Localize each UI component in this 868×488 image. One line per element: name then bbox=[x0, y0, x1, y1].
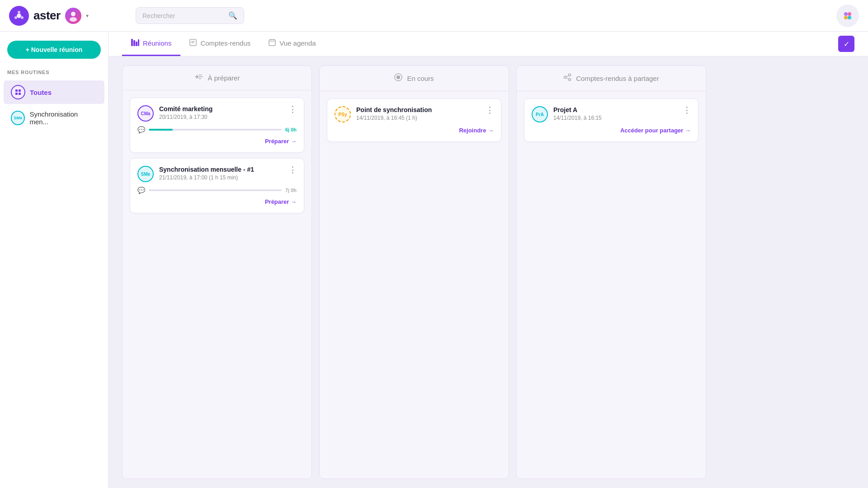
card-date-comite: 20/11/2019, à 17:30 bbox=[159, 114, 283, 120]
column-header-en-cours: En cours bbox=[320, 66, 509, 91]
progress-chat-icon-sync: 💬 bbox=[137, 187, 145, 194]
user-avatar[interactable] bbox=[65, 8, 81, 24]
tab-comptes-rendus[interactable]: Comptes-rendus bbox=[180, 32, 259, 56]
svg-rect-17 bbox=[138, 39, 139, 46]
column-body-en-cours: PSy Point de synchronisation 14/11/2019,… bbox=[320, 91, 509, 149]
card-menu-sync[interactable]: ⋮ bbox=[288, 166, 297, 174]
svg-point-7 bbox=[848, 12, 851, 16]
card-progress-sync: 💬 7j 0h bbox=[137, 187, 297, 194]
tab-vue-agenda[interactable]: Vue agenda bbox=[259, 32, 325, 56]
svg-rect-12 bbox=[15, 93, 18, 95]
check-icon[interactable]: ✓ bbox=[838, 36, 854, 52]
sidebar-item-toutes[interactable]: Toutes bbox=[4, 80, 104, 104]
card-action-comite: Préparer → bbox=[137, 137, 297, 145]
svg-rect-21 bbox=[269, 40, 275, 46]
tab-bar-right: ✓ bbox=[838, 36, 854, 52]
card-info-psy: Point de synchronisation 14/11/2019, à 1… bbox=[356, 106, 480, 121]
card-comite-marketing: CMa Comité marketing 20/11/2019, à 17:30… bbox=[130, 98, 304, 153]
svg-line-31 bbox=[566, 78, 569, 79]
card-info-pra: Projet A 14/11/2019, à 16:15 bbox=[553, 106, 677, 121]
progress-chat-icon: 💬 bbox=[137, 126, 145, 133]
tab-vue-agenda-label: Vue agenda bbox=[279, 39, 316, 47]
card-point-synchronisation: PSy Point de synchronisation 14/11/2019,… bbox=[327, 99, 501, 142]
svg-point-28 bbox=[569, 79, 571, 81]
card-avatar-cma: CMa bbox=[137, 105, 154, 122]
en-cours-icon bbox=[394, 73, 402, 84]
progress-fill-sync bbox=[149, 189, 151, 191]
card-top-pra: PrA Projet A 14/11/2019, à 16:15 ⋮ bbox=[532, 106, 691, 122]
preparer-link-sync[interactable]: Préparer → bbox=[265, 198, 297, 205]
rejoindre-link[interactable]: Rejoindre → bbox=[459, 127, 494, 134]
synchronisation-icon: SMe bbox=[11, 111, 25, 125]
card-synchronisation-mensuelle: SMe Synchronisation mensuelle - #1 21/11… bbox=[130, 158, 304, 213]
svg-rect-13 bbox=[19, 93, 21, 95]
main: Réunions Comptes-rendus bbox=[108, 32, 868, 488]
body: + Nouvelle réunion MES ROUTINES Toutes S… bbox=[0, 32, 868, 488]
vue-agenda-icon bbox=[269, 39, 276, 48]
svg-rect-19 bbox=[191, 41, 195, 42]
progress-label-sync: 7j 0h bbox=[285, 188, 297, 193]
user-dropdown-chevron[interactable]: ▾ bbox=[86, 13, 89, 19]
progress-label-comite: 6j 0h bbox=[285, 127, 297, 132]
svg-line-30 bbox=[566, 75, 569, 77]
svg-point-1 bbox=[18, 11, 20, 14]
card-top: CMa Comité marketing 20/11/2019, à 17:30… bbox=[137, 105, 297, 122]
comptes-rendus-icon bbox=[189, 39, 197, 48]
a-preparer-icon bbox=[194, 73, 203, 83]
card-top-sync: SMe Synchronisation mensuelle - #1 21/11… bbox=[137, 166, 297, 182]
tab-reunions[interactable]: Réunions bbox=[122, 32, 180, 56]
column-title-en-cours: En cours bbox=[407, 75, 434, 82]
logo-icon bbox=[9, 6, 29, 26]
svg-point-9 bbox=[848, 16, 851, 19]
search-input[interactable] bbox=[142, 12, 225, 19]
sidebar-item-synchronisation[interactable]: SMe Synchronisation men... bbox=[4, 106, 104, 130]
cr-icon bbox=[563, 73, 571, 84]
svg-rect-20 bbox=[191, 42, 194, 43]
toutes-icon bbox=[11, 85, 25, 99]
column-a-preparer: À préparer CMa Comité marketing 20/11/20… bbox=[122, 66, 312, 479]
column-header-cr: Comptes-rendus à partager bbox=[517, 66, 706, 91]
logo-area: aster ▾ bbox=[9, 6, 118, 26]
reunions-icon bbox=[131, 39, 139, 48]
card-action-psy: Rejoindre → bbox=[335, 126, 494, 134]
sidebar-item-label-synchronisation: Synchronisation men... bbox=[29, 110, 97, 126]
progress-fill bbox=[149, 129, 173, 131]
svg-rect-16 bbox=[136, 42, 137, 46]
sidebar-section-title: MES ROUTINES bbox=[0, 70, 108, 75]
card-menu-pra[interactable]: ⋮ bbox=[683, 106, 691, 114]
acceder-partager-link[interactable]: Accéder pour partager → bbox=[620, 127, 691, 134]
svg-point-8 bbox=[844, 16, 848, 19]
apps-icon[interactable] bbox=[836, 5, 859, 27]
svg-point-2 bbox=[21, 16, 24, 19]
card-date-psy: 14/11/2019, à 16:45 (1 h) bbox=[356, 115, 480, 121]
svg-rect-10 bbox=[15, 89, 18, 92]
card-avatar-psy: PSy bbox=[335, 106, 351, 122]
progress-track-sync bbox=[149, 189, 282, 191]
card-avatar-pra: PrA bbox=[532, 106, 548, 122]
card-date-pra: 14/11/2019, à 16:15 bbox=[553, 115, 677, 121]
card-avatar-sme: SMe bbox=[137, 166, 154, 182]
svg-rect-14 bbox=[131, 39, 133, 46]
column-en-cours: En cours PSy Point de synchronisation 14… bbox=[319, 66, 509, 479]
column-comptes-rendus: Comptes-rendus à partager PrA Projet A 1… bbox=[516, 66, 706, 479]
preparer-link-comite[interactable]: Préparer → bbox=[265, 138, 297, 145]
card-menu-comite[interactable]: ⋮ bbox=[288, 105, 297, 113]
search-button[interactable]: 🔍 bbox=[228, 11, 237, 20]
card-projet-a: PrA Projet A 14/11/2019, à 16:15 ⋮ Accéd… bbox=[524, 99, 698, 142]
new-meeting-button[interactable]: + Nouvelle réunion bbox=[7, 41, 101, 59]
svg-point-0 bbox=[17, 14, 21, 18]
svg-point-4 bbox=[71, 12, 75, 16]
svg-rect-11 bbox=[19, 89, 21, 92]
card-action-sync: Préparer → bbox=[137, 197, 297, 206]
column-title-a-preparer: À préparer bbox=[208, 74, 240, 82]
card-top-psy: PSy Point de synchronisation 14/11/2019,… bbox=[335, 106, 494, 122]
card-title-sync: Synchronisation mensuelle - #1 bbox=[159, 166, 283, 173]
tab-bar: Réunions Comptes-rendus bbox=[108, 32, 868, 56]
card-title-pra: Projet A bbox=[553, 106, 677, 113]
sidebar: + Nouvelle réunion MES ROUTINES Toutes S… bbox=[0, 32, 108, 488]
columns-area: À préparer CMa Comité marketing 20/11/20… bbox=[108, 56, 868, 488]
app-name: aster bbox=[33, 9, 61, 23]
column-title-cr: Comptes-rendus à partager bbox=[576, 75, 659, 82]
card-menu-psy[interactable]: ⋮ bbox=[486, 106, 494, 114]
search-bar: 🔍 bbox=[136, 7, 244, 24]
